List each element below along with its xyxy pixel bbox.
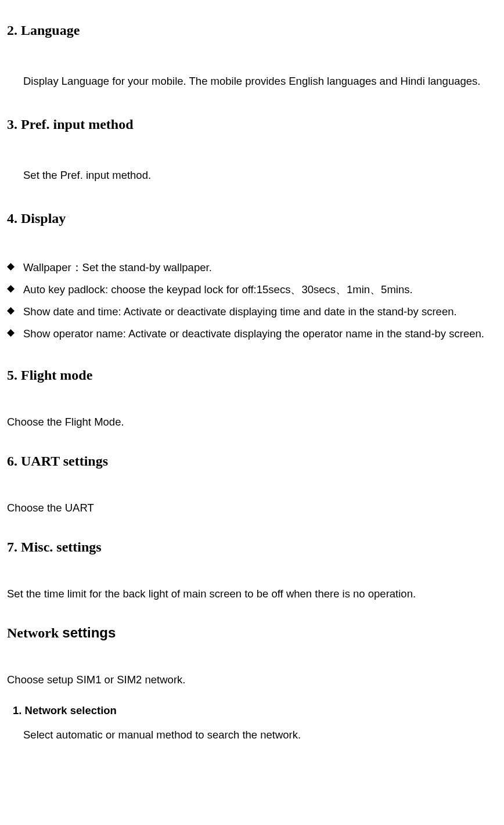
- body-language: Display Language for your mobile. The mo…: [23, 69, 497, 93]
- body-misc: Set the time limit for the back light of…: [7, 585, 497, 603]
- heading-flight-mode: 5. Flight mode: [7, 366, 497, 384]
- display-bullet-list: Wallpaper：Set the stand-by wallpaper. Au…: [7, 257, 497, 345]
- body-network: Choose setup SIM1 or SIM2 network.: [7, 671, 497, 689]
- body-network-selection: Select automatic or manual method to sea…: [23, 726, 497, 744]
- body-uart: Choose the UART: [7, 499, 497, 517]
- heading-language: 2. Language: [7, 21, 497, 39]
- heading-misc: 7. Misc. settings: [7, 538, 497, 556]
- heading-network-settings: Network settings: [7, 624, 497, 642]
- list-item: Wallpaper：Set the stand-by wallpaper.: [7, 257, 497, 279]
- body-pref-input: Set the Pref. input method.: [23, 163, 497, 188]
- list-item: Auto key padlock: choose the keypad lock…: [7, 279, 497, 301]
- list-item: Show operator name: Activate or deactiva…: [7, 323, 497, 345]
- heading-pref-input: 3. Pref. input method: [7, 115, 497, 134]
- body-flight-mode: Choose the Flight Mode.: [7, 413, 497, 431]
- heading-settings-word: settings: [62, 625, 116, 640]
- heading-display: 4. Display: [7, 209, 497, 228]
- heading-network-word: Network: [7, 625, 62, 640]
- subheading-network-selection: 1. Network selection: [13, 704, 497, 718]
- heading-uart: 6. UART settings: [7, 452, 497, 470]
- list-item: Show date and time: Activate or deactiva…: [7, 301, 497, 323]
